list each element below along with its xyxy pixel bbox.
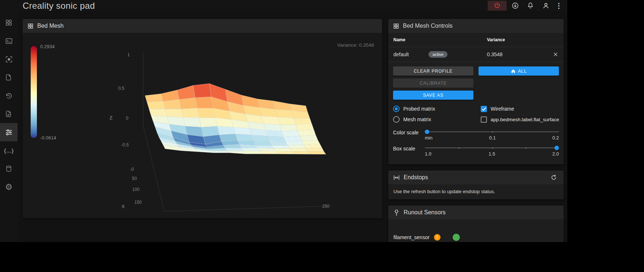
account-button[interactable]: [539, 0, 553, 11]
box-scale-thumb[interactable]: [555, 146, 559, 150]
runout-sensors-header: Runout Sensors: [388, 206, 564, 219]
bed-mesh-controls-header: Bed Mesh Controls: [388, 19, 564, 33]
box-scale-ticks: 1.0 1.5 2.0: [425, 151, 559, 157]
history-icon: [5, 92, 13, 100]
right-column: Bed Mesh Controls Name Variance default …: [388, 19, 564, 242]
bed-mesh-title: Bed Mesh: [37, 23, 64, 29]
save-as-button[interactable]: SAVE AS: [393, 91, 473, 100]
sidebar-item-camera[interactable]: [0, 50, 18, 68]
runout-sensor-icon: [393, 209, 400, 216]
gear-icon: ⚙: [5, 183, 13, 191]
checkbox-unchecked-icon: [481, 116, 487, 123]
update-button[interactable]: [508, 0, 522, 11]
color-scale-label: Color scale: [393, 129, 425, 141]
checkbox-checked-icon: [481, 106, 487, 112]
matrix-options: Probed matrix Wireframe Mesh matrix app.…: [388, 103, 564, 123]
box-scale-row: Box scale 1.0 1.5 2.0: [393, 145, 559, 157]
bell-icon: [527, 2, 534, 9]
active-badge: active: [428, 51, 447, 58]
app-title: Creality sonic pad: [23, 0, 95, 11]
spool-cylinder-icon: [5, 165, 12, 172]
file-icon: [5, 74, 12, 81]
sidebar-item-macros[interactable]: {…}: [0, 141, 18, 160]
runout-sensors-title: Runout Sensors: [404, 209, 446, 216]
focus-camera-icon: [5, 55, 13, 63]
braces-icon: {…}: [4, 148, 14, 153]
color-scale-row: Color scale min 0.1 0.2: [393, 129, 559, 141]
color-scale-slider[interactable]: [425, 129, 559, 134]
refresh-endstops-button[interactable]: [549, 172, 559, 183]
endstops-message: Use the refresh button to update endstop…: [388, 184, 564, 199]
warning-icon: !: [434, 234, 441, 241]
tune-sliders-icon: [5, 129, 13, 136]
bed-mesh-controls-title: Bed Mesh Controls: [403, 23, 453, 29]
topbar-actions: ⋮: [488, 0, 564, 11]
box-scale-label: Box scale: [393, 145, 425, 157]
sidebar-item-system[interactable]: [0, 160, 18, 178]
wireframe-checkbox[interactable]: Wireframe: [481, 106, 559, 112]
overflow-menu-button[interactable]: ⋮: [554, 0, 564, 11]
sensor-name: filament_sensor: [393, 234, 430, 240]
sidebar-item-history[interactable]: [0, 87, 18, 105]
console-icon: [5, 37, 13, 45]
sensor-toggle[interactable]: [446, 235, 459, 240]
column-variance: Variance: [487, 37, 505, 42]
color-scale-thumb[interactable]: [425, 130, 429, 134]
scale-sliders: Color scale min 0.1 0.2: [388, 123, 564, 164]
emergency-stop-button[interactable]: [488, 1, 507, 11]
bed-mesh-3d-plot[interactable]: [23, 34, 382, 218]
endstops-title: Endstops: [404, 174, 428, 181]
sidebar-nav: {…} ⚙: [0, 11, 18, 242]
grid-icon: [27, 23, 34, 29]
file-config-icon: [5, 110, 12, 118]
column-name: Name: [393, 37, 405, 42]
profile-row[interactable]: default active 0.3548: [388, 47, 564, 62]
profiles-table-header: Name Variance: [388, 33, 564, 47]
endstops-panel: Endstops Use the refresh button to updat…: [388, 171, 564, 199]
sidebar-item-console[interactable]: [0, 32, 18, 50]
controls-buttons: CLEAR PROFILE ALL CALIBRATE SAVE AS: [388, 62, 564, 103]
colorbar-min-label: -0.0614: [40, 135, 56, 141]
remove-profile-button[interactable]: [553, 51, 559, 57]
refresh-icon: [550, 174, 557, 181]
person-icon: [542, 2, 550, 9]
bed-mesh-card: Bed Mesh 0.2934 -0.0614 Variance: 0.3548: [23, 19, 382, 218]
flat-surface-checkbox[interactable]: app.bedmesh.label.flat_surface: [481, 116, 559, 123]
close-icon: [553, 51, 559, 57]
profile-variance: 0.3548: [487, 51, 503, 57]
profile-name: default: [393, 51, 409, 57]
calibrate-button[interactable]: CALIBRATE: [393, 78, 473, 88]
home-icon: [511, 69, 516, 74]
sidebar-item-dashboard[interactable]: [0, 14, 18, 32]
home-all-button[interactable]: ALL: [479, 66, 559, 76]
app-window: Creality sonic pad ⋮: [0, 0, 567, 242]
sidebar-item-configure[interactable]: [0, 105, 18, 123]
notifications-button[interactable]: [523, 0, 537, 11]
filament-sensor-row: filament_sensor !: [388, 219, 564, 242]
sidebar-item-jobs[interactable]: [0, 68, 18, 87]
sidebar-item-settings[interactable]: ⚙: [0, 178, 18, 196]
endstops-icon: [393, 174, 400, 181]
topbar: Creality sonic pad ⋮: [0, 0, 567, 11]
color-scale-ticks: min 0.1 0.2: [425, 135, 559, 141]
power-off-icon: [494, 2, 501, 9]
clear-profile-button[interactable]: CLEAR PROFILE: [393, 66, 473, 76]
bed-mesh-controls-panel: Bed Mesh Controls Name Variance default …: [388, 19, 564, 164]
arrow-down-circle-icon: [511, 2, 519, 9]
bed-mesh-header: Bed Mesh: [23, 19, 382, 33]
colorbar: [31, 46, 37, 138]
endstops-header: Endstops: [388, 171, 564, 184]
radio-off-icon: [393, 116, 400, 123]
variance-label: Variance: 0.3548: [337, 42, 374, 48]
probed-matrix-radio[interactable]: Probed matrix: [393, 106, 481, 112]
runout-sensors-panel: Runout Sensors filament_sensor !: [388, 206, 564, 242]
bed-mesh-plot-area: 0.2934 -0.0614 Variance: 0.3548: [23, 33, 382, 218]
mesh-matrix-radio[interactable]: Mesh matrix: [393, 116, 481, 123]
colorbar-max-label: 0.2934: [40, 44, 55, 49]
box-scale-slider[interactable]: [425, 145, 559, 150]
radio-on-icon: [393, 106, 400, 112]
dashboard-icon: [5, 19, 12, 26]
grid-icon: [393, 23, 399, 29]
sidebar-item-tune[interactable]: [0, 123, 18, 141]
